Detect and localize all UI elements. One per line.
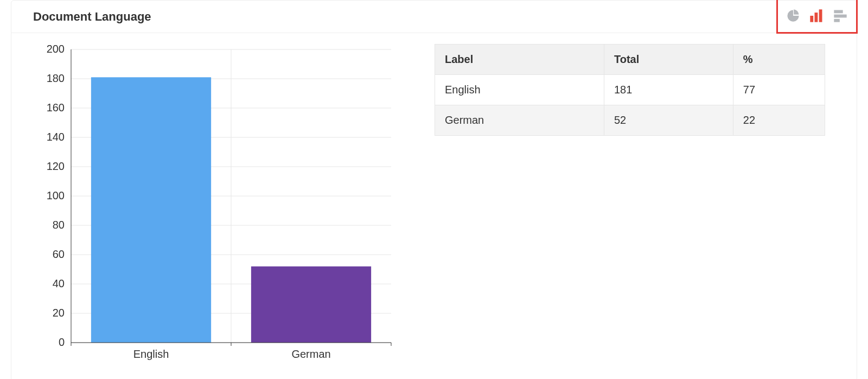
svg-text:20: 20: [53, 307, 65, 319]
table-header-row: Label Total %: [435, 45, 825, 75]
svg-rect-5: [834, 19, 840, 22]
svg-rect-3: [834, 10, 843, 14]
svg-rect-0: [810, 16, 813, 22]
cell-total: 52: [604, 105, 733, 136]
svg-rect-2: [819, 9, 822, 22]
svg-rect-4: [834, 15, 846, 18]
chart-type-switcher: [776, 0, 858, 34]
col-label: Label: [435, 45, 604, 75]
svg-rect-30: [251, 267, 371, 343]
svg-text:200: 200: [47, 44, 65, 55]
col-percent: %: [733, 45, 825, 75]
horizontal-bar-chart-icon[interactable]: [832, 8, 848, 23]
svg-text:German: German: [291, 348, 330, 360]
cell-percent: 22: [733, 105, 825, 136]
data-table: Label Total % English 181 77 German 52 2…: [435, 44, 825, 136]
svg-text:160: 160: [47, 102, 65, 113]
svg-text:180: 180: [47, 72, 65, 84]
bar-chart: 020406080100120140160180200EnglishGerman: [33, 44, 402, 370]
cell-total: 181: [604, 75, 733, 105]
col-total: Total: [604, 45, 733, 75]
bar-chart-svg: 020406080100120140160180200EnglishGerman: [33, 44, 402, 370]
bar-chart-icon[interactable]: [808, 8, 825, 23]
svg-text:100: 100: [47, 190, 65, 201]
cell-percent: 77: [733, 75, 825, 105]
svg-text:120: 120: [47, 160, 65, 172]
cell-label: English: [435, 75, 604, 105]
pie-chart-icon[interactable]: [786, 8, 801, 23]
panel-title: Document Language: [33, 10, 151, 24]
svg-text:40: 40: [53, 277, 65, 289]
table-row: English 181 77: [435, 75, 825, 105]
panel-header: Document Language: [11, 1, 857, 33]
svg-text:English: English: [133, 348, 169, 360]
svg-text:140: 140: [47, 131, 65, 143]
document-language-panel: Document Language: [11, 0, 857, 379]
svg-rect-1: [815, 12, 818, 22]
svg-text:60: 60: [53, 248, 65, 260]
cell-label: German: [435, 105, 604, 136]
svg-text:80: 80: [53, 219, 65, 231]
panel-body: 020406080100120140160180200EnglishGerman…: [11, 33, 857, 379]
svg-text:0: 0: [59, 336, 65, 348]
svg-rect-29: [91, 77, 211, 343]
table-row: German 52 22: [435, 105, 825, 136]
